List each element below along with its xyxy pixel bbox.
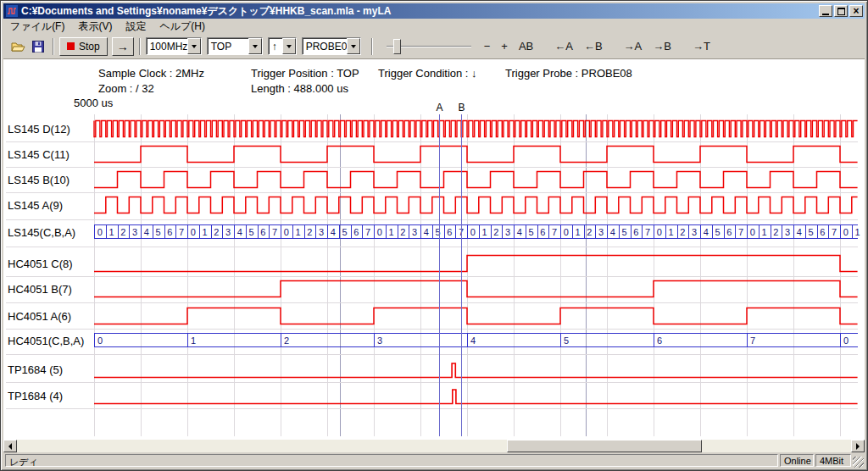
trigger-edge-dropdown-icon[interactable] — [282, 38, 296, 54]
bus-value: 3 — [412, 227, 417, 237]
bus-value: 0 — [750, 227, 755, 237]
close-icon: × — [853, 7, 859, 15]
bus-value: 1 — [191, 335, 196, 346]
menu-settings[interactable]: 設定 — [119, 19, 153, 35]
trigger-position-value: TOP — [208, 38, 248, 54]
zoom-slider[interactable] — [387, 37, 471, 56]
bus-value: 7 — [645, 227, 650, 237]
bus-value: 1 — [576, 227, 581, 237]
scroll-left-icon — [8, 443, 12, 450]
channel-label: LS145 C(11) — [8, 148, 70, 161]
zoom-in-button[interactable]: + — [497, 38, 512, 54]
zoom-out-button[interactable]: − — [480, 38, 495, 54]
bus-value: 4 — [470, 335, 476, 346]
scroll-right-button[interactable] — [851, 440, 865, 452]
menu-file[interactable]: ファイル(F) — [3, 19, 71, 35]
titlebar[interactable]: C:¥Documents and Settings¥noname¥デスクトップ¥… — [3, 3, 865, 19]
bus-value: 7 — [179, 227, 184, 237]
zoom-ab-button[interactable]: AB — [515, 38, 537, 54]
bus-value: 5 — [809, 227, 814, 237]
bus-value: 4 — [610, 227, 615, 237]
sample-clock-select[interactable]: 100MHz — [146, 37, 202, 55]
waveform-square — [94, 197, 858, 213]
run-arrow-icon: → — [117, 40, 129, 53]
app-window: C:¥Documents and Settings¥noname¥デスクトップ¥… — [0, 0, 868, 471]
channel-label: TP1684 (5) — [8, 363, 63, 376]
bus-value: 4 — [517, 227, 522, 237]
sample-clock-dropdown-icon[interactable] — [187, 38, 201, 54]
bus-value: 1 — [762, 227, 767, 237]
bus-value: 3 — [225, 227, 231, 237]
bus-value: 6 — [260, 227, 265, 237]
bus-value: 3 — [692, 227, 697, 237]
bus-value: 4 — [144, 227, 149, 237]
goto-cursor-b-right-button[interactable]: →B — [648, 38, 676, 54]
stop-button[interactable]: Stop — [59, 37, 108, 56]
bus-value: 3 — [785, 227, 790, 237]
bus-value: 6 — [540, 227, 545, 237]
trigger-position-dropdown-icon[interactable] — [248, 38, 262, 54]
scrollbar-thumb[interactable] — [507, 440, 702, 452]
toolbar: Stop → 100MHz TOP ↑ PROBE00 − + AB ←A — [3, 34, 865, 59]
status-message: レディ — [5, 454, 778, 467]
bus-value: 2 — [214, 227, 219, 237]
bus-value: 5 — [564, 335, 569, 346]
goto-trigger-button[interactable]: →T — [688, 38, 715, 54]
bus-value: 6 — [657, 335, 662, 346]
horizontal-scrollbar[interactable] — [3, 440, 865, 452]
trigger-probe-select[interactable]: PROBE00 — [302, 37, 361, 55]
bus-value: 6 — [633, 227, 638, 237]
waveform-canvas[interactable]: LS145 D(12)LS145 C(11)LS145 B(10)LS145 A… — [3, 59, 865, 439]
waveform-square — [94, 172, 858, 188]
bus-value: 3 — [377, 335, 382, 346]
bus-value: 1 — [389, 227, 394, 237]
channel-label: TP1684 (4) — [8, 390, 63, 402]
bus-value: 2 — [493, 227, 498, 237]
bus-value: 2 — [587, 227, 592, 237]
bus-value: 4 — [797, 227, 802, 237]
goto-cursor-b-left-button[interactable]: ←B — [580, 38, 607, 54]
channel-label: HC4051 C(8) — [8, 258, 73, 270]
run-button[interactable]: → — [112, 37, 134, 56]
bus-value: 1 — [855, 227, 860, 237]
waveform-pulse — [94, 363, 858, 378]
bus-value: 2 — [773, 227, 778, 237]
waveform-pulse — [94, 390, 858, 404]
bus-value: 7 — [832, 227, 837, 237]
bus-value: 5 — [529, 227, 534, 237]
bus-value: 5 — [715, 227, 721, 237]
trigger-probe-dropdown-icon[interactable] — [347, 38, 360, 54]
scroll-left-button[interactable] — [3, 440, 17, 452]
close-button[interactable]: × — [849, 5, 863, 17]
zoom-slider-thumb[interactable] — [393, 39, 401, 54]
minimize-button[interactable] — [819, 5, 832, 17]
bus-value: 0 — [284, 227, 289, 237]
bus-value: 0 — [97, 227, 103, 237]
bus-value: 6 — [447, 227, 452, 237]
bus-value: 6 — [820, 227, 825, 237]
waveform-strobe — [94, 121, 858, 137]
bus-value: 5 — [622, 227, 627, 237]
bus-value: 6 — [353, 227, 359, 237]
bus-value: 4 — [424, 227, 429, 237]
menu-help[interactable]: ヘルプ(H) — [153, 19, 212, 35]
menu-view[interactable]: 表示(V) — [71, 19, 119, 35]
trigger-position-select[interactable]: TOP — [207, 37, 263, 55]
bus-value: 2 — [284, 335, 289, 346]
bus-value: 0 — [843, 335, 849, 346]
bus-value: 2 — [680, 227, 685, 237]
bus-value: 0 — [564, 227, 569, 237]
bus-value: 4 — [704, 227, 709, 237]
save-button[interactable] — [28, 37, 47, 56]
bus-value: 2 — [307, 227, 312, 237]
maximize-button[interactable] — [834, 5, 848, 17]
goto-cursor-a-left-button[interactable]: ←A — [550, 38, 577, 54]
bus-value: 0 — [657, 227, 662, 237]
open-file-button[interactable] — [8, 37, 28, 56]
bus-value: 6 — [726, 227, 732, 237]
bus-value: 0 — [843, 227, 849, 237]
trigger-edge-select[interactable]: ↑ — [268, 37, 297, 55]
resize-grip[interactable] — [853, 457, 864, 468]
bus-value: 3 — [132, 227, 137, 237]
goto-cursor-a-right-button[interactable]: →A — [620, 38, 647, 54]
